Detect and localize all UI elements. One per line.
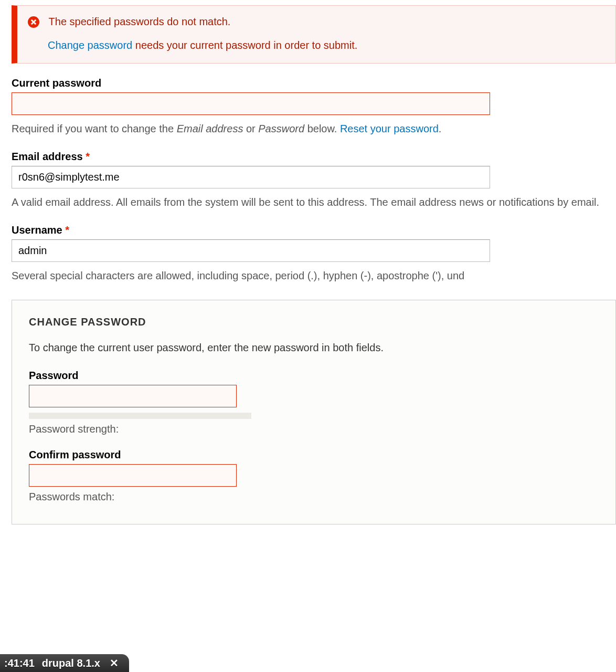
email-label: Email address *: [12, 151, 616, 163]
passwords-match-label: Passwords match:: [29, 491, 599, 503]
username-label: Username *: [12, 224, 616, 236]
error-message-box: The specified passwords do not match. Ch…: [12, 5, 616, 64]
confirm-password-field-wrapper: Confirm password Passwords match:: [29, 449, 599, 503]
error-text-2-rest: needs your current password in order to …: [132, 39, 357, 51]
password-strength-label: Password strength:: [29, 423, 599, 435]
reset-password-link[interactable]: Reset your password: [340, 123, 439, 134]
password-field-wrapper: Password Password strength:: [29, 370, 599, 435]
email-input[interactable]: [12, 166, 490, 188]
change-password-link[interactable]: Change password: [48, 39, 132, 51]
change-password-intro: To change the current user password, ent…: [29, 342, 599, 354]
error-icon: [28, 16, 39, 28]
password-label: Password: [29, 370, 599, 382]
required-star-icon: *: [86, 151, 90, 162]
current-password-field-wrapper: Current password Required if you want to…: [12, 77, 616, 137]
required-star-icon: *: [65, 224, 69, 236]
change-password-fieldset: CHANGE PASSWORD To change the current us…: [12, 300, 616, 524]
current-password-description: Required if you want to change the Email…: [12, 120, 616, 137]
current-password-input[interactable]: [12, 92, 490, 115]
change-password-legend: CHANGE PASSWORD: [29, 316, 599, 328]
email-field-wrapper: Email address * A valid email address. A…: [12, 151, 616, 211]
error-text-2: Change password needs your current passw…: [48, 39, 605, 51]
username-input[interactable]: [12, 239, 490, 262]
current-password-label: Current password: [12, 77, 616, 89]
confirm-password-label: Confirm password: [29, 449, 599, 461]
confirm-password-input[interactable]: [29, 464, 237, 487]
password-strength-bar: [29, 413, 251, 419]
email-description: A valid email address. All emails from t…: [12, 194, 616, 211]
error-text-1: The specified passwords do not match.: [49, 16, 231, 27]
password-input[interactable]: [29, 385, 237, 407]
username-field-wrapper: Username * Several special characters ar…: [12, 224, 616, 284]
username-description: Several special characters are allowed, …: [12, 267, 616, 284]
